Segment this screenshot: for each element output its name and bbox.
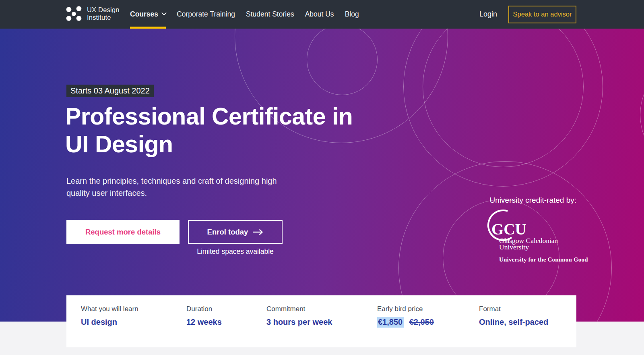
uxdi-dots-icon: [66, 6, 82, 22]
svg-text:GCU: GCU: [491, 220, 526, 238]
current-price: €1,850: [377, 317, 404, 328]
course-facts-card: What you will learn UI design Duration 1…: [66, 295, 576, 347]
limited-spaces-note: Limited spaces available: [188, 247, 283, 256]
nav-right: Login Speak to an advisor: [479, 0, 576, 29]
svg-text:University: University: [499, 243, 529, 251]
speak-to-advisor-button[interactable]: Speak to an advisor: [508, 6, 576, 23]
main-nav: Courses Corporate Training Student Stori…: [130, 0, 370, 29]
login-link[interactable]: Login: [479, 10, 497, 19]
fact-early-bird-price: Early bird price €1,850 €2,050: [377, 305, 434, 327]
gcu-university-logo: GCU Glasgow Caledonian University: [477, 206, 578, 251]
chevron-down-icon: [161, 10, 167, 16]
fact-duration: Duration 12 weeks: [186, 305, 222, 327]
logo-text: UX Design Institute: [87, 6, 120, 21]
nav-item-corporate-training[interactable]: Corporate Training: [177, 0, 235, 29]
page-title: Professional Certificate in UI Design: [65, 103, 353, 158]
fact-commitment: Commitment 3 hours per week: [266, 305, 332, 327]
fact-format: Format Online, self-paced: [479, 305, 548, 327]
gcu-tagline: University for the Common Good: [499, 256, 588, 263]
nav-item-blog[interactable]: Blog: [345, 0, 359, 29]
fact-what-you-will-learn: What you will learn UI design: [81, 305, 138, 327]
enrol-today-button[interactable]: Enrol today: [188, 220, 283, 244]
start-date-badge: Starts 03 August 2022: [66, 85, 154, 97]
course-description: Learn the principles, techniques and cra…: [66, 175, 298, 199]
active-tab-underline: [130, 27, 166, 29]
nav-item-student-stories[interactable]: Student Stories: [246, 0, 294, 29]
arrow-right-icon: [253, 229, 263, 235]
hero-section: Starts 03 August 2022 Professional Certi…: [0, 29, 644, 322]
cta-row: Request more details Enrol today: [66, 220, 283, 244]
credit-rated-label: University credit-rated by:: [477, 196, 576, 205]
request-details-button[interactable]: Request more details: [66, 220, 180, 244]
nav-item-about-us[interactable]: About Us: [305, 0, 334, 29]
old-price-strikethrough: €2,050: [409, 318, 434, 326]
decorative-circle: [640, 56, 644, 173]
top-navbar: UX Design Institute Courses Corporate Tr…: [0, 0, 644, 29]
uxdi-logo[interactable]: UX Design Institute: [66, 6, 120, 22]
nav-item-courses[interactable]: Courses: [130, 0, 166, 29]
